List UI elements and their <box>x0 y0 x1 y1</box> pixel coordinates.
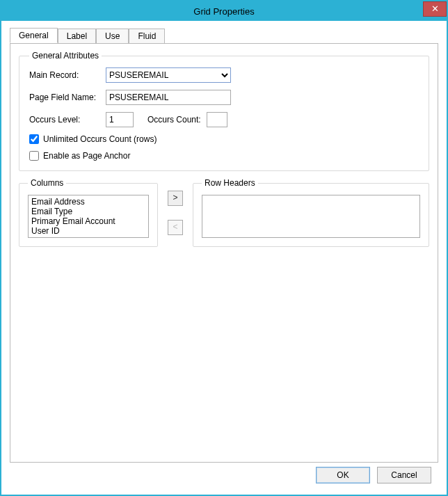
tab-general-label: General <box>19 31 49 40</box>
grid-properties-dialog: Grid Properties ✕ General Label Use Flui… <box>0 0 448 496</box>
list-item[interactable]: Email Type <box>31 207 145 216</box>
list-panes: Columns Email Address Email Type Primary… <box>19 178 429 247</box>
tab-fluid-label: Fluid <box>138 31 156 41</box>
title-bar: Grid Properties ✕ <box>1 1 447 21</box>
tab-use-label: Use <box>105 31 120 41</box>
main-record-label: Main Record: <box>29 70 106 80</box>
tab-page-general: General Attributes Main Record: PSUSEREM… <box>10 43 438 463</box>
columns-listbox[interactable]: Email Address Email Type Primary Email A… <box>28 195 149 238</box>
move-left-button[interactable]: < <box>168 220 183 235</box>
columns-group: Columns Email Address Email Type Primary… <box>19 178 158 247</box>
occurs-level-input[interactable] <box>106 112 134 127</box>
row-headers-group: Row Headers <box>193 178 429 247</box>
tab-general[interactable]: General <box>10 28 58 43</box>
tab-fluid[interactable]: Fluid <box>129 29 165 44</box>
occurs-count-input[interactable] <box>207 112 227 127</box>
main-record-combo[interactable]: PSUSEREMAIL <box>106 67 231 83</box>
columns-legend: Columns <box>28 178 66 188</box>
occurs-count-label: Occurs Count: <box>147 115 201 125</box>
enable-page-anchor-label: Enable as Page Anchor <box>43 151 130 161</box>
general-attributes-legend: General Attributes <box>29 51 102 61</box>
chevron-right-icon: > <box>173 193 177 202</box>
move-right-button[interactable]: > <box>168 191 183 206</box>
dialog-footer: OK Cancel <box>10 463 438 489</box>
arrow-column: > < <box>165 178 186 247</box>
ok-button-label: OK <box>337 470 349 480</box>
list-item[interactable]: Primary Email Account <box>31 216 145 226</box>
tab-use[interactable]: Use <box>96 29 129 44</box>
tab-label-label: Label <box>67 31 87 41</box>
page-field-name-input[interactable] <box>106 90 231 105</box>
chevron-left-icon: < <box>173 222 177 232</box>
unlimited-occurs-checkbox[interactable] <box>29 134 39 144</box>
unlimited-occurs-label: Unlimited Occurs Count (rows) <box>43 134 157 144</box>
cancel-button-label: Cancel <box>391 470 417 480</box>
general-attributes-group: General Attributes Main Record: PSUSEREM… <box>19 51 429 171</box>
close-icon: ✕ <box>431 3 439 14</box>
close-button[interactable]: ✕ <box>423 1 447 17</box>
tab-strip: General Label Use Fluid <box>10 28 438 44</box>
page-field-name-label: Page Field Name: <box>29 93 106 102</box>
ok-button[interactable]: OK <box>316 467 370 483</box>
row-headers-listbox[interactable] <box>202 195 420 238</box>
row-headers-legend: Row Headers <box>202 178 258 188</box>
enable-page-anchor-checkbox[interactable] <box>29 151 39 161</box>
list-item[interactable]: User ID <box>31 226 145 236</box>
client-area: General Label Use Fluid General Attribut… <box>1 21 447 495</box>
cancel-button[interactable]: Cancel <box>377 467 431 483</box>
tab-label[interactable]: Label <box>58 29 96 44</box>
occurs-level-label: Occurs Level: <box>29 115 106 125</box>
window-title: Grid Properties <box>193 6 254 17</box>
list-item[interactable]: Email Address <box>31 197 145 207</box>
